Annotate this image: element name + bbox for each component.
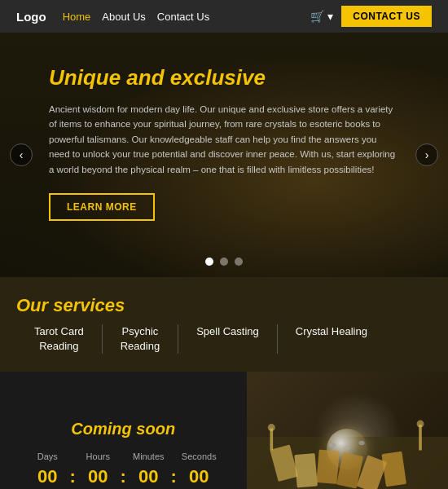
hours-value: 00 [78,466,117,487]
crystal-image-panel [247,372,449,489]
service-tarot[interactable]: Tarot CardReading [16,324,103,354]
tarot-cards-decoration [266,404,428,489]
svg-rect-6 [270,429,274,451]
main-nav: Home About Us Contact Us [63,11,209,23]
arrow-left-icon: ‹ [20,148,24,161]
header-right: 🛒 ▾ CONTACT US [310,6,432,27]
minutes-value: 00 [129,466,168,487]
colon-spacer-1 [67,452,78,461]
services-section: Our services Tarot CardReading PsychicRe… [0,277,448,372]
days-value: 00 [28,466,67,487]
seconds-value: 00 [179,466,218,487]
label-minutes: Minutes [129,452,168,461]
nav-home[interactable]: Home [63,11,91,23]
coming-soon-panel: Coming soon Days Hours Minutes Seconds 0… [0,372,247,489]
cart-icon[interactable]: 🛒 ▾ [310,10,333,23]
learn-more-button[interactable]: LEARN MORE [49,193,155,221]
svg-point-12 [359,441,365,445]
bottom-section: Coming soon Days Hours Minutes Seconds 0… [0,372,448,489]
svg-rect-0 [270,445,299,482]
svg-point-7 [268,424,275,431]
countdown-labels: Days Hours Minutes Seconds [16,452,231,461]
carousel-dot-2[interactable] [220,258,228,266]
label-hours: Hours [78,452,117,461]
carousel-prev-button[interactable]: ‹ [10,143,33,166]
svg-point-11 [345,447,350,451]
carousel-dots [205,258,243,266]
colon-2: : [117,466,129,487]
coming-soon-title: Coming soon [71,420,175,438]
carousel-dot-3[interactable] [235,258,243,266]
svg-rect-2 [316,450,340,485]
arrow-right-icon: › [425,148,429,161]
carousel-dot-1[interactable] [205,258,213,266]
hero-description: Ancient wisdom for modern day life. Our … [49,102,399,177]
colon-3: : [168,466,179,487]
colon-1: : [67,466,78,487]
svg-point-9 [417,421,424,428]
nav-about[interactable]: About Us [102,11,145,23]
svg-rect-1 [295,453,318,488]
colon-spacer-2 [117,452,129,461]
label-seconds: Seconds [179,452,218,461]
logo: Logo [16,10,46,24]
svg-rect-5 [382,452,407,487]
service-items-list: Tarot CardReading PsychicReading Spell C… [16,324,432,354]
svg-point-10 [329,443,336,447]
service-psychic[interactable]: PsychicReading [103,324,178,354]
service-spell[interactable]: Spell Casting [178,324,278,354]
crystal-table-image [247,372,449,489]
colon-spacer-3 [168,452,179,461]
hero-content: Unique and exclusive Ancient wisdom for … [0,33,448,237]
services-title: Our services [16,295,125,316]
hero-title: Unique and exclusive [49,65,399,90]
countdown-values: 00 : 00 : 00 : 00 [28,466,218,487]
nav-contact[interactable]: Contact Us [157,11,209,23]
carousel-next-button[interactable]: › [415,143,438,166]
contact-button[interactable]: CONTACT US [341,6,432,27]
header-left: Logo Home About Us Contact Us [16,10,209,24]
hero-section: ‹ Unique and exclusive Ancient wisdom fo… [0,33,448,277]
label-days: Days [28,452,67,461]
svg-rect-8 [419,425,422,451]
service-crystal[interactable]: Crystal Healing [278,324,385,354]
header: Logo Home About Us Contact Us 🛒 ▾ CONTAC… [0,0,448,33]
